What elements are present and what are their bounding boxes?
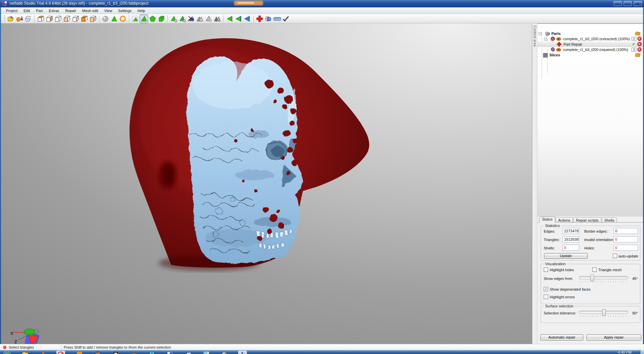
screen: netfabb Studio Trial 4.9 64bit (26 days … (0, 0, 644, 354)
measure-button[interactable] (273, 14, 281, 23)
tree-row-extracted[interactable]: − complete_r1_b3_i200 (extracted) (100%)… (537, 36, 643, 42)
tab-repair-scripts[interactable]: Repair scripts (573, 218, 601, 223)
tree-row-repaired[interactable]: complete_r1_b3_i200 (repaired) (100%) 3 … (537, 47, 643, 52)
shaded-sphere-button[interactable] (101, 14, 110, 23)
tree-row-parts[interactable]: − Parts (537, 31, 643, 36)
start-orb-icon[interactable] (3, 351, 11, 354)
show-edges-slider-thumb[interactable] (590, 275, 594, 281)
close-button[interactable]: ✕ (634, 1, 642, 6)
dark-app-icon[interactable] (111, 351, 120, 354)
triangles-value[interactable]: 1513538 (562, 236, 579, 242)
cut-mesh-button[interactable] (187, 14, 196, 23)
remove-part-icon[interactable]: ✕ (637, 47, 642, 52)
rotate-left-green-button[interactable] (225, 14, 234, 23)
viewport-3d[interactable]: x z y (1, 23, 532, 344)
remove-part-icon[interactable]: ✕ (637, 37, 642, 41)
show-edges-value: 45° (632, 277, 638, 281)
tab-actions[interactable]: Actions (555, 218, 573, 223)
gray-triangle-circle-button[interactable] (204, 14, 213, 23)
repair-script-button[interactable] (264, 14, 273, 23)
select-solid-button[interactable] (157, 14, 166, 23)
triangle-sphere-green-button[interactable] (169, 14, 178, 23)
tree-row-part-repair[interactable]: Part Repair ✔ ✕ (537, 42, 643, 47)
border-edges-value[interactable]: 0 (613, 228, 638, 234)
cube-view-back-button[interactable] (89, 14, 97, 23)
selection-tolerance-slider[interactable] (579, 311, 628, 314)
auto-update-checkbox[interactable] (613, 254, 617, 258)
remove-repair-icon[interactable]: ✕ (637, 42, 642, 46)
blue-columns-app-icon[interactable] (148, 351, 156, 354)
holes-value[interactable]: 0 (613, 245, 638, 251)
show-desktop-button[interactable] (640, 350, 644, 354)
capture-tool-icon[interactable] (56, 351, 65, 354)
netfabb-app-icon[interactable] (238, 351, 247, 354)
image-viewer-icon[interactable] (202, 351, 211, 354)
menu-project[interactable]: Project (3, 8, 20, 14)
taskbar-clock[interactable]: 4:40 PM (618, 350, 632, 354)
invalid-orientation-value[interactable]: 0 (613, 236, 638, 242)
rotate-left-blue-button[interactable] (243, 14, 252, 23)
highlight-holes-checkbox[interactable] (544, 268, 548, 272)
cube-view-side-button[interactable] (71, 14, 80, 23)
cube-side-icon (71, 15, 79, 23)
menu-extras[interactable]: Extras (46, 8, 62, 14)
apply-repair-button[interactable]: Apply repair (586, 334, 641, 341)
apply-check-button[interactable] (281, 14, 290, 23)
shells-value[interactable]: 0 (562, 245, 579, 251)
blue-window-app-icon[interactable] (166, 351, 174, 354)
diamond-3d-app-icon[interactable] (220, 351, 229, 354)
menu-help[interactable]: Help (135, 8, 148, 14)
expander-icon[interactable]: − (539, 32, 542, 35)
highlight-errors-checkbox[interactable] (544, 295, 548, 299)
update-button[interactable]: Update (544, 253, 588, 259)
add-parts-button[interactable] (15, 14, 24, 23)
cube-view-front-button[interactable] (80, 14, 89, 23)
camera-app-icon[interactable] (129, 351, 138, 354)
select-rect-button[interactable] (131, 14, 140, 23)
triangle-sphere-blue-button[interactable] (178, 14, 187, 23)
zoom-circle-button[interactable] (118, 14, 127, 23)
gray-triangle-pair-button[interactable] (196, 14, 204, 23)
menu-mesh-edit[interactable]: Mesh edit (79, 8, 101, 14)
expander-icon[interactable]: − (544, 38, 547, 41)
cube-view-top-button[interactable] (36, 14, 45, 23)
tree-row-slices[interactable]: Slices (537, 52, 643, 58)
cube-view-left-button[interactable] (62, 14, 71, 23)
zoom-to-part-button[interactable] (110, 14, 118, 23)
update-globe-icon[interactable] (184, 351, 193, 354)
part-repaired-label: complete_r1_b3_i200 (repaired) (100%) (563, 48, 631, 52)
matlab-flame-icon[interactable] (39, 351, 48, 354)
select-shell-button[interactable] (148, 14, 157, 23)
minimize-button[interactable]: – (613, 1, 622, 6)
gray-double-triangle-button[interactable] (213, 14, 222, 23)
edges-value[interactable]: 2273478 (562, 228, 579, 234)
maximize-button[interactable]: ▫ (624, 1, 632, 6)
part-repair-button[interactable] (255, 14, 264, 23)
select-triangles-button[interactable] (140, 14, 148, 23)
firefox-browser-icon[interactable] (93, 351, 102, 354)
explorer-folder-icon[interactable] (21, 351, 30, 354)
open-folder-icon[interactable] (635, 53, 641, 57)
menu-repair[interactable]: Repair (62, 8, 79, 14)
highlight-holes-label: Highlight holes (550, 268, 574, 272)
open-project-button[interactable] (6, 14, 15, 23)
selection-tolerance-slider-thumb[interactable] (602, 309, 606, 316)
automatic-repair-button[interactable]: Automatic repair (540, 334, 583, 341)
orange-app-icon[interactable]: a (75, 351, 84, 354)
menu-edit[interactable]: Edit (20, 8, 33, 14)
cube-view-right-button[interactable] (45, 14, 54, 23)
open-folder-icon[interactable] (635, 31, 641, 36)
tab-status[interactable]: Status (539, 217, 555, 223)
menu-part[interactable]: Part (33, 8, 46, 14)
show-edges-slider[interactable] (579, 276, 628, 279)
show-degenerated-checkbox[interactable]: ✓ (544, 287, 548, 291)
rotate-left-green2-button[interactable] (234, 14, 243, 23)
tab-shells[interactable]: Shells (602, 218, 617, 223)
menu-view[interactable]: View (101, 8, 115, 14)
new-platform-button[interactable] (24, 14, 33, 23)
cube-view-plain-button[interactable] (54, 14, 62, 23)
eye-visibility-icon[interactable] (556, 37, 561, 42)
triangle-mesh-checkbox[interactable] (592, 268, 597, 272)
eye-visibility-icon[interactable] (556, 47, 561, 52)
menu-settings[interactable]: Settings (115, 8, 135, 14)
